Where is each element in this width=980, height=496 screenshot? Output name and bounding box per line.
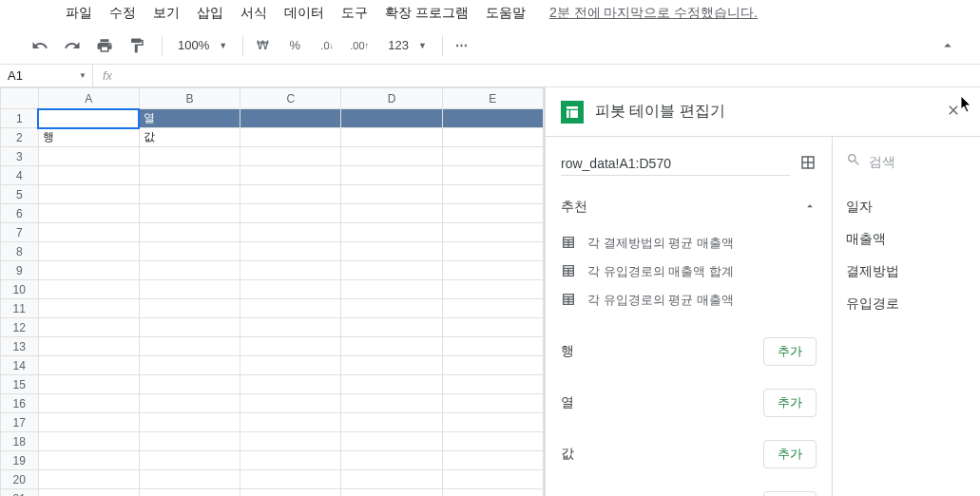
row-header[interactable]: 1 — [1, 109, 39, 128]
row-header[interactable]: 6 — [1, 204, 39, 223]
cell[interactable] — [139, 261, 240, 280]
row-header[interactable]: 7 — [1, 223, 39, 242]
menu-data[interactable]: 데이터 — [276, 1, 333, 26]
cell-e1[interactable] — [442, 109, 543, 128]
cell[interactable] — [341, 356, 442, 375]
col-header-d[interactable]: D — [341, 88, 442, 109]
cell[interactable] — [442, 394, 543, 413]
cell[interactable] — [240, 242, 341, 261]
cell[interactable] — [341, 223, 442, 242]
cell[interactable] — [341, 394, 442, 413]
cell[interactable] — [341, 413, 442, 432]
row-header[interactable]: 16 — [1, 394, 39, 413]
close-panel-button[interactable] — [942, 99, 965, 125]
field-item[interactable]: 유입경로 — [840, 288, 972, 320]
cell-a2[interactable]: 행 — [38, 128, 139, 147]
cell[interactable] — [139, 147, 240, 166]
menu-edit[interactable]: 수정 — [101, 1, 144, 26]
cell[interactable] — [38, 242, 139, 261]
cell[interactable] — [341, 242, 442, 261]
row-header[interactable]: 8 — [1, 242, 39, 261]
cell[interactable] — [38, 166, 139, 185]
cell[interactable] — [442, 413, 543, 432]
cell[interactable] — [38, 451, 139, 470]
cell[interactable] — [341, 299, 442, 318]
cell[interactable] — [139, 280, 240, 299]
cell[interactable] — [442, 223, 543, 242]
cell[interactable] — [139, 166, 240, 185]
cell[interactable] — [38, 432, 139, 451]
cell[interactable] — [38, 375, 139, 394]
undo-button[interactable] — [27, 32, 53, 59]
cell[interactable] — [442, 166, 543, 185]
cell[interactable] — [139, 394, 240, 413]
field-item[interactable]: 매출액 — [840, 223, 972, 256]
cell[interactable] — [240, 337, 341, 356]
cell[interactable] — [139, 356, 240, 375]
print-button[interactable] — [91, 32, 118, 59]
collapse-suggestions-button[interactable] — [803, 200, 817, 216]
cell-b2[interactable]: 값 — [139, 128, 240, 147]
menu-tools[interactable]: 도구 — [333, 1, 376, 26]
cell[interactable] — [341, 261, 442, 280]
cell[interactable] — [442, 489, 543, 497]
menu-format[interactable]: 서식 — [232, 1, 276, 26]
cell[interactable] — [341, 185, 442, 204]
menu-file[interactable]: 파일 — [57, 1, 101, 26]
cell[interactable] — [38, 470, 139, 489]
cell[interactable] — [139, 242, 240, 261]
menu-extensions[interactable]: 확장 프로그램 — [376, 1, 477, 26]
cell[interactable] — [341, 337, 442, 356]
cell[interactable] — [240, 299, 341, 318]
row-header[interactable]: 12 — [1, 318, 39, 337]
row-header[interactable]: 10 — [1, 280, 39, 299]
menu-help[interactable]: 도움말 — [477, 1, 534, 26]
cell[interactable] — [240, 413, 341, 432]
cell[interactable] — [139, 185, 240, 204]
cell[interactable] — [442, 299, 543, 318]
cell[interactable] — [341, 470, 442, 489]
cell[interactable] — [442, 147, 543, 166]
cell[interactable] — [240, 394, 341, 413]
cell[interactable] — [240, 261, 341, 280]
cell[interactable] — [139, 470, 240, 489]
data-range-input[interactable] — [561, 152, 790, 176]
add-filter-button[interactable]: 추가 — [763, 491, 817, 496]
cell[interactable] — [240, 451, 341, 470]
cell[interactable] — [139, 318, 240, 337]
add-value-button[interactable]: 추가 — [763, 440, 817, 468]
cell[interactable] — [341, 147, 442, 166]
field-item[interactable]: 결제방법 — [840, 256, 972, 288]
name-box[interactable]: A1 ▼ — [0, 65, 93, 87]
cell[interactable] — [240, 128, 341, 147]
cell[interactable] — [38, 318, 139, 337]
row-header[interactable]: 4 — [1, 166, 39, 185]
cell[interactable] — [240, 185, 341, 204]
cell[interactable] — [442, 356, 543, 375]
cell[interactable] — [240, 166, 341, 185]
cell[interactable] — [139, 432, 240, 451]
select-range-button[interactable] — [799, 154, 817, 174]
row-header[interactable]: 3 — [1, 147, 39, 166]
cell[interactable] — [240, 223, 341, 242]
col-header-e[interactable]: E — [442, 88, 543, 109]
row-header[interactable]: 5 — [1, 185, 39, 204]
cell[interactable] — [442, 470, 543, 489]
cell[interactable] — [38, 185, 139, 204]
cell[interactable] — [240, 356, 341, 375]
cell-c1[interactable] — [240, 109, 341, 128]
row-header[interactable]: 2 — [1, 128, 39, 147]
redo-button[interactable] — [59, 32, 86, 59]
cell[interactable] — [442, 204, 543, 223]
suggestion-item[interactable]: 각 결제방법의 평균 매출액 — [561, 229, 817, 258]
cell[interactable] — [139, 413, 240, 432]
format-currency-button[interactable]: ₩ — [249, 32, 276, 59]
cell[interactable] — [139, 204, 240, 223]
cell[interactable] — [139, 337, 240, 356]
cell-b1[interactable]: 열 — [139, 109, 240, 128]
cell[interactable] — [240, 432, 341, 451]
cell[interactable] — [341, 432, 442, 451]
cell[interactable] — [442, 337, 543, 356]
spreadsheet-grid[interactable]: A B C D E 1 열 2 행 값 3 — [0, 87, 545, 496]
menu-insert[interactable]: 삽입 — [188, 1, 232, 26]
